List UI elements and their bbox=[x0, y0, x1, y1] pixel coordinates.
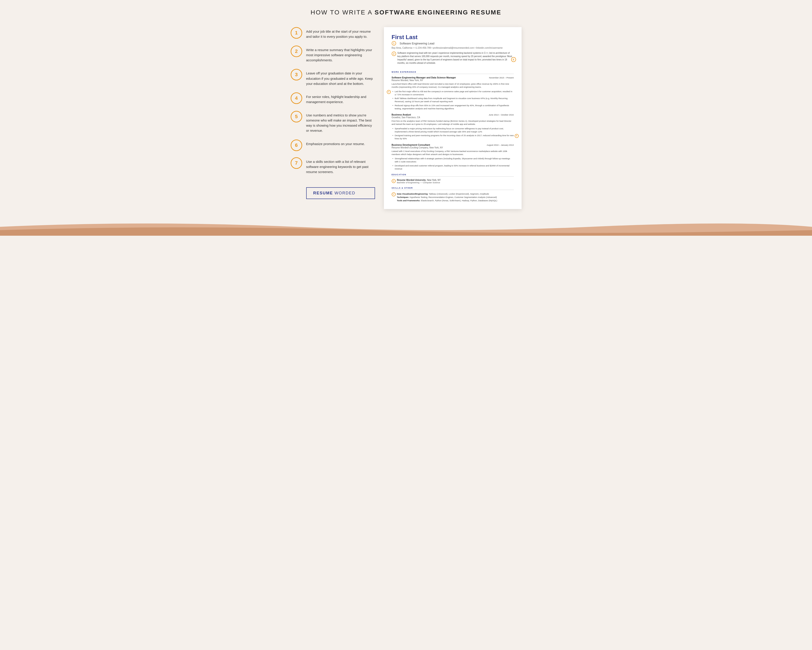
tip-item-4: 4 For senior roles, highlight leadership… bbox=[291, 92, 375, 105]
tip-circle-1: 1 bbox=[291, 27, 302, 39]
skills-details: Data Visualization/Engineering: Tableau … bbox=[397, 192, 498, 202]
job-1-title: Software Engineering Manager and Data Sc… bbox=[392, 76, 456, 79]
tip-circle-3: 3 bbox=[291, 69, 302, 80]
bullet-text: Led the first major effort to A/B test t… bbox=[395, 90, 513, 96]
education-block: 3 Resume Worded University, New York, NY… bbox=[392, 179, 514, 184]
job-block-2: Business Analyst June 2013 – October 201… bbox=[392, 113, 514, 141]
logo-text: RESUME WORDED bbox=[313, 191, 356, 195]
resume-summary-block: 2 Software engineering lead with ten yea… bbox=[392, 51, 514, 68]
job-2-title: Business Analyst bbox=[392, 113, 411, 116]
job-3-description: Liaised with C-level executives of My Ex… bbox=[392, 150, 514, 156]
main-content: 1 Add your job title at the start of you… bbox=[291, 27, 522, 209]
resume-marker-2: 2 bbox=[392, 52, 396, 56]
tip-text-2: Write a resume summary that highlights y… bbox=[306, 46, 375, 63]
skills-value-1: : Tableau (Advanced), Looker (Experience… bbox=[427, 193, 489, 195]
job-3-bullet-2: Developed and executed customer referral… bbox=[392, 164, 514, 171]
skills-value-2: : Hypothesis Testing, Recommendation Eng… bbox=[409, 196, 497, 198]
job-3-company: Resume Worded's Exciting Company, New Yo… bbox=[392, 147, 514, 149]
tips-section: 1 Add your job title at the start of you… bbox=[291, 27, 375, 199]
job-1-description: Launched Miami office with lead Director… bbox=[392, 83, 514, 89]
tip-item-1: 1 Add your job title at the start of you… bbox=[291, 27, 375, 39]
title-bold: SOFTWARE ENGINEERING RESUME bbox=[375, 9, 501, 16]
job-2-company: Growthsi, San Francisco, CA bbox=[392, 116, 514, 119]
job-2-dates: June 2013 – October 2015 bbox=[489, 113, 514, 116]
tip-circle-5: 5 bbox=[291, 111, 302, 122]
job-2-bullet-2: Designed training and peer-mentoring pro… bbox=[392, 134, 514, 141]
skills-header: SKILLS & OTHER bbox=[392, 187, 514, 190]
tip-text-6: Emphasize promotions on your resume. bbox=[306, 139, 365, 147]
resume-title-row: 1 Software Engineering Lead bbox=[392, 41, 514, 46]
tip-circle-6: 6 bbox=[291, 139, 302, 151]
edu-degree: Bachelor of Engineering — Computer Scien… bbox=[397, 181, 441, 184]
resume-marker-7: 7 bbox=[392, 193, 396, 196]
job-3-title: Business Development Consultant bbox=[392, 144, 430, 146]
resume-marker-4: 4 bbox=[387, 90, 391, 94]
tip-item-6: 6 Emphasize promotions on your resume. bbox=[291, 139, 375, 151]
logo-box: RESUME WORDED bbox=[306, 187, 375, 199]
resume-job-title: Software Engineering Lead bbox=[400, 42, 435, 45]
job-2-bullet-1: Spearheaded a major pricing restructure … bbox=[392, 127, 514, 133]
school-location: , New York, NY bbox=[426, 179, 441, 181]
resume-name: First Last bbox=[392, 34, 514, 41]
title-prefix: HOW TO WRITE A bbox=[311, 9, 375, 16]
work-experience-header: WORK EXPERIENCE bbox=[392, 71, 514, 74]
tip-circle-7: 7 bbox=[291, 157, 302, 169]
skills-label-3: Tools and Frameworks bbox=[397, 199, 420, 202]
job-block-1: Software Engineering Manager and Data Sc… bbox=[392, 76, 514, 110]
school-name: Resume Worded University bbox=[397, 179, 426, 181]
job-block-3: Business Development Consultant August 2… bbox=[392, 144, 514, 171]
job-1-bullet-1: 4 Led the first major effort to A/B test… bbox=[392, 90, 514, 96]
page-title: HOW TO WRITE A SOFTWARE ENGINEERING RESU… bbox=[291, 9, 522, 16]
job-2-description: First hire on the analytics team of RW V… bbox=[392, 119, 514, 126]
skills-label-2: Techniques bbox=[397, 196, 409, 198]
tip-item-3: 3 Leave off your graduation date in your… bbox=[291, 69, 375, 86]
job-1-header: Software Engineering Manager and Data Sc… bbox=[392, 76, 514, 79]
tip-text-5: Use numbers and metrics to show you're s… bbox=[306, 111, 375, 133]
bullet-text: Designed training and peer-mentoring pro… bbox=[395, 134, 514, 140]
bottom-decoration bbox=[0, 218, 812, 236]
job-1-company: Resume Worded, New York, NY bbox=[392, 79, 514, 81]
resume-summary-text: Software engineering lead with ten years… bbox=[397, 51, 514, 65]
wave-svg bbox=[0, 218, 812, 236]
logo-regular: WORDED bbox=[333, 191, 356, 195]
job-3-header: Business Development Consultant August 2… bbox=[392, 144, 514, 146]
edu-school: Resume Worded University, New York, NY bbox=[397, 179, 441, 181]
tip-text-4: For senior roles, highlight leadership a… bbox=[306, 92, 375, 105]
skills-techniques: Techniques: Hypothesis Testing, Recommen… bbox=[397, 196, 498, 199]
job-3-dates: August 2010 – January 2013 bbox=[487, 144, 514, 146]
resume-marker-1: 1 bbox=[392, 41, 396, 46]
tip-item-5: 5 Use numbers and metrics to show you're… bbox=[291, 111, 375, 133]
education-header: EDUCATION bbox=[392, 173, 514, 177]
job-3-bullet-1: Strengthened relationships with 6 strate… bbox=[392, 157, 514, 164]
logo-bold: RESUME bbox=[313, 191, 333, 195]
job-1-bullet-3: Reduced signup drop-offs from 65% to 15%… bbox=[392, 104, 514, 110]
job-1-dates: November 2015 – Present bbox=[489, 76, 514, 79]
skills-label-1: Data Visualization/Engineering bbox=[397, 193, 428, 195]
tip-item-2: 2 Write a resume summary that highlights… bbox=[291, 46, 375, 63]
skills-value-3: : ElasticSearch, Python (Keras, Scikit-l… bbox=[420, 199, 497, 202]
job-2-bullets: Spearheaded a major pricing restructure … bbox=[392, 127, 514, 141]
resume-marker-3: 3 bbox=[392, 179, 396, 183]
education-details: Resume Worded University, New York, NY B… bbox=[397, 179, 441, 184]
resume-name-block: First Last bbox=[392, 34, 514, 41]
skills-tools: Tools and Frameworks: ElasticSearch, Pyt… bbox=[397, 199, 498, 202]
job-1-bullets: 4 Led the first major effort to A/B test… bbox=[392, 90, 514, 110]
job-3-bullets: Strengthened relationships with 6 strate… bbox=[392, 157, 514, 170]
resume-card: First Last 1 Software Engineering Lead B… bbox=[384, 27, 522, 209]
tip-item-7: 7 Use a skills section with a list of re… bbox=[291, 157, 375, 174]
tip-circle-4: 4 bbox=[291, 92, 302, 104]
tip-circle-2: 2 bbox=[291, 46, 302, 57]
resume-marker-6: 6 bbox=[511, 57, 516, 62]
tip-text-3: Leave off your graduation date in your e… bbox=[306, 69, 375, 86]
resume-contact: Bay Area, California • +1-234-456-789 • … bbox=[392, 46, 514, 49]
skills-block: 7 Data Visualization/Engineering: Tablea… bbox=[392, 192, 514, 202]
skills-data-viz: Data Visualization/Engineering: Tableau … bbox=[397, 192, 498, 196]
resume-marker-5: 5 bbox=[515, 134, 519, 138]
tip-text-1: Add your job title at the start of your … bbox=[306, 27, 375, 39]
page-wrapper: HOW TO WRITE A SOFTWARE ENGINEERING RESU… bbox=[284, 0, 528, 222]
tip-text-7: Use a skills section with a list of rele… bbox=[306, 157, 375, 174]
job-2-header: Business Analyst June 2013 – October 201… bbox=[392, 113, 514, 116]
job-1-bullet-2: Built Tableau dashboard using data from … bbox=[392, 97, 514, 103]
